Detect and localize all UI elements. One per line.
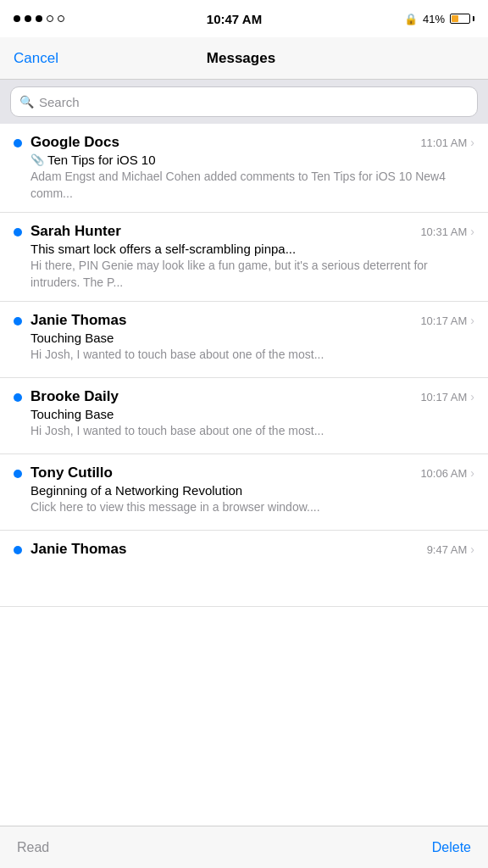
message-content: Tony Cutillo10:06 AM›Beginning of a Netw… (30, 465, 474, 516)
message-content: Janie Thomas9:47 AM› (30, 541, 474, 559)
status-time: 10:47 AM (207, 12, 262, 26)
message-item[interactable]: Sarah Hunter10:31 AM›This smart lock off… (0, 213, 488, 302)
sender-name: Janie Thomas (30, 541, 126, 558)
battery-percentage: 41% (423, 13, 445, 25)
chevron-right-icon: › (470, 390, 474, 403)
message-item[interactable]: Google Docs11:01 AM›📎Ten Tips for iOS 10… (0, 124, 488, 213)
message-time: 9:47 AM (427, 543, 468, 556)
message-preview: Hi there, PIN Genie may look like a fun … (30, 258, 474, 291)
message-subject: Touching Base (30, 407, 474, 421)
search-icon: 🔍 (19, 95, 34, 108)
message-content: Janie Thomas10:17 AM›Touching BaseHi Jos… (30, 312, 474, 364)
unread-indicator (14, 546, 22, 554)
message-meta: 10:17 AM› (420, 390, 474, 403)
attachment-icon: 📎 (30, 153, 44, 166)
message-time: 10:17 AM (420, 391, 467, 403)
sender-name: Janie Thomas (30, 312, 126, 329)
message-meta: 11:01 AM› (420, 136, 474, 149)
lock-icon: 🔒 (404, 13, 418, 25)
message-subject: Touching Base (30, 331, 474, 345)
signal-dots (14, 15, 64, 22)
sender-name: Sarah Hunter (30, 223, 121, 240)
unread-indicator (14, 228, 22, 236)
message-header: Sarah Hunter10:31 AM› (30, 223, 474, 240)
search-bar-container: 🔍 Search (0, 80, 488, 124)
message-header: Google Docs11:01 AM› (30, 134, 474, 151)
battery-fill (452, 15, 458, 22)
message-meta: 10:17 AM› (420, 314, 474, 327)
sender-name: Google Docs (30, 134, 119, 151)
message-preview: Hi Josh, I wanted to touch base about on… (30, 347, 474, 364)
message-item[interactable]: Tony Cutillo10:06 AM›Beginning of a Netw… (0, 454, 488, 531)
signal-dot-1 (14, 15, 20, 22)
unread-indicator (14, 393, 22, 402)
message-preview: Adam Engst and Michael Cohen added comme… (30, 169, 474, 202)
search-bar[interactable]: 🔍 Search (10, 86, 478, 117)
message-item[interactable]: Janie Thomas9:47 AM› (0, 531, 488, 607)
read-button[interactable]: Read (17, 840, 49, 855)
chevron-right-icon: › (470, 542, 474, 556)
unread-indicator (14, 139, 22, 147)
signal-dot-5 (58, 15, 64, 22)
message-content: Sarah Hunter10:31 AM›This smart lock off… (30, 223, 474, 291)
message-preview: Hi Josh, I wanted to touch base about on… (30, 423, 474, 440)
status-right: 🔒 41% (404, 13, 474, 25)
message-time: 10:06 AM (420, 467, 467, 480)
message-subject: Beginning of a Networking Revolution (30, 483, 474, 498)
unread-indicator (14, 470, 22, 478)
message-subject: This smart lock offers a self-scrambling… (30, 242, 474, 256)
message-meta: 9:47 AM› (427, 542, 474, 556)
message-header: Janie Thomas10:17 AM› (30, 312, 474, 329)
message-meta: 10:31 AM› (420, 225, 474, 238)
message-header: Janie Thomas9:47 AM› (30, 541, 474, 558)
message-time: 10:31 AM (420, 225, 467, 238)
search-placeholder: Search (39, 95, 80, 109)
signal-dot-4 (47, 15, 53, 22)
battery-icon (450, 14, 474, 24)
signal-dot-3 (36, 15, 42, 22)
chevron-right-icon: › (470, 314, 474, 327)
delete-button[interactable]: Delete (432, 840, 471, 855)
signal-dot-2 (25, 15, 31, 22)
message-content: Brooke Daily10:17 AM›Touching BaseHi Jos… (30, 388, 474, 440)
message-item[interactable]: Janie Thomas10:17 AM›Touching BaseHi Jos… (0, 302, 488, 378)
page-title: Messages (207, 50, 275, 67)
message-list: Google Docs11:01 AM›📎Ten Tips for iOS 10… (0, 124, 488, 607)
message-time: 11:01 AM (420, 136, 467, 149)
message-content: Google Docs11:01 AM›📎Ten Tips for iOS 10… (30, 134, 474, 202)
battery-body (450, 14, 470, 24)
sender-name: Tony Cutillo (30, 465, 113, 481)
chevron-right-icon: › (470, 136, 474, 149)
battery-tip (473, 16, 474, 21)
message-time: 10:17 AM (420, 314, 467, 327)
message-subject: 📎Ten Tips for iOS 10 (30, 153, 474, 167)
message-header: Brooke Daily10:17 AM› (30, 388, 474, 405)
message-meta: 10:06 AM› (420, 466, 474, 480)
message-header: Tony Cutillo10:06 AM› (30, 465, 474, 481)
message-item[interactable]: Brooke Daily10:17 AM›Touching BaseHi Jos… (0, 378, 488, 454)
nav-bar: Cancel Messages (0, 37, 488, 80)
chevron-right-icon: › (470, 225, 474, 238)
message-preview: Click here to view this message in a bro… (30, 499, 474, 516)
sender-name: Brooke Daily (30, 388, 119, 405)
unread-indicator (14, 317, 22, 326)
status-bar: 10:47 AM 🔒 41% (0, 0, 488, 37)
chevron-right-icon: › (470, 466, 474, 480)
bottom-bar: Read Delete (0, 826, 488, 868)
cancel-button[interactable]: Cancel (14, 50, 58, 67)
